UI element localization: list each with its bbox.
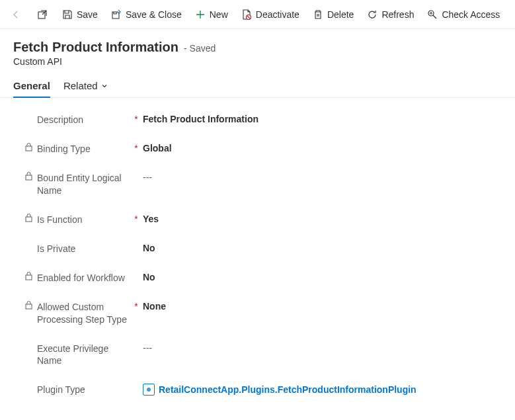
refresh-label: Refresh — [381, 9, 414, 20]
lock-icon — [25, 301, 32, 310]
field-value: Fetch Product Information — [143, 114, 258, 124]
field-value: Global — [143, 143, 172, 153]
back-arrow-icon — [11, 9, 21, 20]
record-header: Fetch Product Information - Saved Custom… — [0, 29, 515, 69]
plugin-link[interactable]: RetailConnectApp.Plugins.FetchProductInf… — [159, 384, 416, 395]
field-value: --- — [143, 343, 152, 353]
field-label: Execute Privilege Name — [37, 343, 130, 366]
field-label: Description — [37, 114, 130, 126]
save-icon — [62, 9, 73, 20]
lock-icon — [25, 214, 32, 222]
svg-point-2 — [428, 11, 434, 16]
check-access-label: Check Access — [442, 9, 500, 20]
lock-slot — [24, 214, 33, 222]
svg-rect-6 — [26, 175, 32, 180]
tab-general[interactable]: General — [13, 76, 50, 98]
form-body: Description * Fetch Product Information … — [0, 98, 515, 420]
field-binding-type[interactable]: Binding Type * Global — [24, 143, 502, 155]
field-label: Bound Entity Logical Name — [37, 172, 130, 196]
entity-name: Custom API — [13, 56, 502, 67]
field-plugin-type[interactable]: Plugin Type RetailConnectApp.Plugins.Fet… — [24, 384, 502, 396]
tab-related-label: Related — [63, 80, 98, 91]
field-value: No — [143, 243, 155, 253]
assign-button[interactable] — [506, 0, 515, 29]
field-value: None — [143, 301, 166, 312]
required-indicator: * — [130, 301, 143, 312]
tab-related[interactable]: Related — [63, 76, 108, 98]
field-label: Is Private — [37, 243, 130, 255]
save-close-label: Save & Close — [126, 9, 182, 20]
open-new-window-icon — [37, 9, 48, 20]
field-allowed-custom-step[interactable]: Allowed Custom Processing Step Type * No… — [24, 301, 502, 325]
field-execute-privilege[interactable]: Execute Privilege Name --- — [24, 343, 502, 366]
save-close-icon — [111, 9, 122, 20]
field-label: Is Function — [37, 214, 130, 226]
svg-rect-9 — [26, 304, 32, 309]
back-button[interactable] — [3, 0, 29, 29]
deactivate-button[interactable]: Deactivate — [235, 0, 306, 29]
field-label: Enabled for Workflow — [37, 272, 130, 284]
field-bound-entity[interactable]: Bound Entity Logical Name --- — [24, 172, 502, 196]
field-description[interactable]: Description * Fetch Product Information — [24, 114, 502, 126]
deactivate-label: Deactivate — [256, 9, 299, 20]
search-key-icon — [427, 9, 438, 20]
delete-label: Delete — [327, 9, 354, 20]
lock-slot — [24, 272, 33, 280]
lock-icon — [25, 143, 32, 151]
field-enabled-workflow[interactable]: Enabled for Workflow No — [24, 272, 502, 284]
required-indicator: * — [130, 143, 143, 153]
svg-rect-5 — [26, 146, 32, 151]
save-button[interactable]: Save — [56, 0, 104, 29]
required-indicator: * — [130, 214, 143, 224]
svg-point-3 — [430, 12, 432, 14]
lock-icon — [25, 272, 32, 280]
trash-icon — [313, 9, 323, 20]
form-tabs: General Related — [0, 69, 515, 98]
svg-rect-7 — [26, 217, 32, 222]
lock-slot — [24, 143, 33, 151]
open-new-window-button[interactable] — [29, 0, 56, 29]
plugin-lookup[interactable]: RetailConnectApp.Plugins.FetchProductInf… — [143, 384, 416, 396]
entity-icon — [143, 384, 155, 396]
delete-button[interactable]: Delete — [306, 0, 360, 29]
field-is-private[interactable]: Is Private No — [24, 243, 502, 255]
command-bar: Save Save & Close New Deactivate Delete … — [0, 0, 515, 29]
page-title: Fetch Product Information — [13, 40, 178, 55]
refresh-button[interactable]: Refresh — [360, 0, 420, 29]
check-access-button[interactable]: Check Access — [420, 0, 506, 29]
save-close-button[interactable]: Save & Close — [104, 0, 188, 29]
plus-icon — [195, 9, 206, 20]
deactivate-icon — [241, 9, 252, 20]
svg-rect-8 — [26, 275, 32, 280]
field-is-function[interactable]: Is Function * Yes — [24, 214, 502, 226]
save-status: - Saved — [184, 43, 216, 54]
field-label: Binding Type — [37, 143, 130, 155]
lock-icon — [25, 172, 32, 181]
required-indicator: * — [130, 114, 143, 124]
field-label: Allowed Custom Processing Step Type — [37, 301, 130, 325]
save-label: Save — [77, 9, 98, 20]
field-value: No — [143, 272, 155, 282]
new-button[interactable]: New — [188, 0, 235, 29]
refresh-icon — [367, 9, 377, 20]
field-value: Yes — [143, 214, 159, 224]
lock-slot — [24, 172, 33, 181]
new-label: New — [210, 9, 228, 20]
chevron-down-icon — [100, 82, 108, 90]
field-value: --- — [143, 172, 152, 183]
field-label: Plugin Type — [37, 384, 130, 396]
lock-slot — [24, 301, 33, 310]
tab-general-label: General — [13, 80, 50, 91]
